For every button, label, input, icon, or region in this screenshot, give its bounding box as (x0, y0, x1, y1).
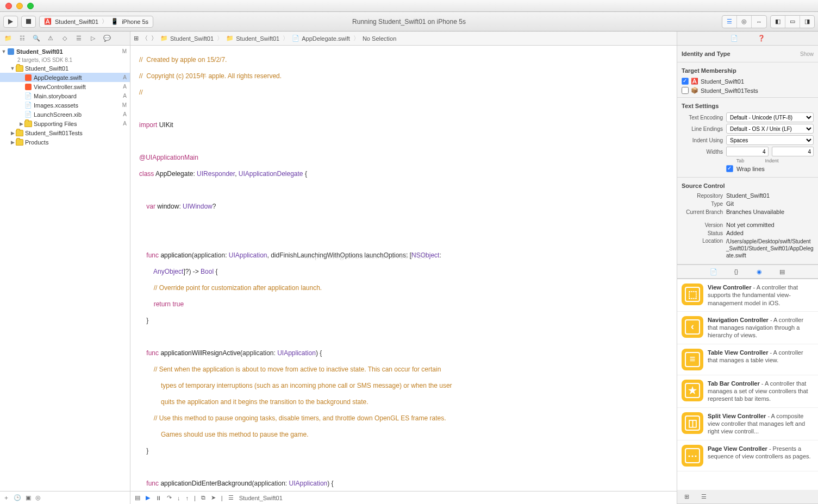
nav-item-launchscreen-xib[interactable]: 📄LaunchScreen.xibA (0, 110, 130, 119)
tab-width-input[interactable] (726, 147, 769, 156)
thread-menu-icon[interactable]: ☰ (228, 494, 234, 501)
nav-item-products[interactable]: ▶Products (0, 137, 130, 147)
jump-bar: ⊞ 〈 〉 📁 Student_Swift01 〉 📁 Student_Swif… (130, 32, 677, 46)
nav-item-student-swift01[interactable]: ▼Student_Swift01 (0, 64, 130, 73)
list-view-icon[interactable]: ☰ (697, 491, 711, 503)
target2-checkbox[interactable] (682, 87, 689, 94)
indent-width-input[interactable] (772, 147, 814, 156)
related-items-button[interactable]: ⊞ (134, 35, 139, 42)
wrap-label: Wrap lines (736, 166, 765, 172)
inspector-panel: 📄 ❓ Identity and TypeShow Target Members… (677, 32, 818, 504)
nav-item-supporting-files[interactable]: ▶Supporting FilesA (0, 119, 130, 128)
library-tab-bar: 📄 {} ◉ ▤ (677, 264, 818, 279)
nav-item-viewcontroller-swift[interactable]: ViewController.swiftA (0, 82, 130, 91)
app-icon: 🅰️ (44, 18, 52, 25)
project-root-row[interactable]: ▼ Student_Swift01 M (0, 47, 130, 56)
target1-checkbox[interactable] (682, 78, 689, 85)
library-item[interactable]: ≡Table View Controller - A controller th… (677, 344, 818, 375)
code-snippets-tab[interactable]: {} (729, 266, 744, 278)
symbol-navigator-tab[interactable]: ☷ (15, 33, 29, 45)
step-in-button[interactable]: ↓ (177, 495, 180, 501)
scheme-selector[interactable]: 🅰️ Student_Swift01 〉 📱 iPhone 5s (39, 16, 153, 28)
project-navigator-tab[interactable]: 📁 (1, 33, 15, 45)
debug-bar: ▤ ▶ ⏸ ↷ ↓ ↑ | ⧉ ➤ | ☰ Student_Swift01 (130, 491, 677, 504)
library-footer: ⊞ ☰ (677, 490, 818, 504)
minimize-window-button[interactable] (16, 3, 23, 9)
line-endings-select[interactable]: Default - OS X / Unix (LF) (726, 124, 814, 134)
pause-button[interactable]: ⏸ (155, 495, 161, 501)
add-button[interactable]: ＋ (3, 494, 9, 502)
navigator-panel: 📁 ☷ 🔍 ⚠ ◇ ☰ ▷ 💬 ▼ Student_Swift01 M 2 ta… (0, 32, 130, 504)
project-navigator-tree: ▼ Student_Swift01 M 2 targets, iOS SDK 8… (0, 46, 130, 491)
back-button[interactable]: 〈 (142, 34, 148, 42)
nav-item-student-swift01tests[interactable]: ▶Student_Swift01Tests (0, 128, 130, 137)
grid-view-icon[interactable]: ⊞ (679, 491, 694, 503)
main-toolbar: 🅰️ Student_Swift01 〉 📱 iPhone 5s Running… (0, 12, 818, 32)
report-navigator-tab[interactable]: 💬 (100, 33, 114, 45)
text-settings-header: Text Settings (682, 101, 814, 111)
branch-value: Branches Unavailable (726, 209, 784, 215)
activity-viewer: Running Student_Swift01 on iPhone 5s (352, 18, 466, 26)
version-editor-button[interactable]: ↔ (752, 16, 766, 28)
location-icon[interactable]: ➤ (211, 494, 216, 501)
quick-help-tab[interactable]: ❓ (754, 33, 769, 45)
type-value: Git (726, 200, 734, 207)
file-inspector-tab[interactable]: 📄 (727, 33, 741, 45)
library-item[interactable]: ‹Navigation Controller - A controller th… (677, 312, 818, 344)
wrap-lines-checkbox[interactable] (726, 165, 733, 172)
text-encoding-select[interactable]: Default - Unicode (UTF-8) (726, 112, 814, 122)
media-library-tab[interactable]: ▤ (775, 266, 789, 278)
show-button[interactable]: Show (800, 51, 814, 57)
target2-label: Student_Swift01Tests (701, 87, 758, 94)
debug-view-icon[interactable]: ⧉ (201, 494, 205, 501)
indent-using-select[interactable]: Spaces (726, 135, 814, 145)
forward-button[interactable]: 〉 (151, 34, 157, 42)
inspector-tab-bar: 📄 ❓ (677, 32, 818, 46)
find-navigator-tab[interactable]: 🔍 (29, 33, 43, 45)
maximize-window-button[interactable] (27, 3, 34, 9)
nav-item-main-storyboard[interactable]: 📄Main.storyboardA (0, 91, 130, 100)
nav-item-images-xcassets[interactable]: 📄Images.xcassetsM (0, 100, 130, 110)
issue-navigator-tab[interactable]: ⚠ (43, 33, 58, 45)
source-editor[interactable]: // Created by apple on 15/2/7. // Copyri… (130, 46, 677, 491)
continue-button[interactable]: ▶ (146, 494, 150, 501)
standard-editor-button[interactable]: ☰ (722, 16, 737, 28)
library-item[interactable]: ⬚View Controller - A controller that sup… (677, 279, 818, 312)
library-item[interactable]: ★Tab Bar Controller - A controller that … (677, 375, 818, 408)
location-value: /Users/apple/Desktop/swift/Student_Swift… (726, 238, 814, 259)
toggle-inspector-button[interactable]: ◨ (800, 16, 814, 28)
jump-group[interactable]: 📁 Student_Swift01 (226, 35, 279, 42)
close-window-button[interactable] (5, 3, 12, 9)
toggle-debug-button[interactable]: ▭ (785, 16, 800, 28)
project-subtitle: 2 targets, iOS SDK 8.1 (0, 56, 130, 64)
repo-value: Student_Swift01 (726, 192, 770, 199)
jump-file[interactable]: 📄 AppDelegate.swift (292, 35, 350, 42)
device-icon: 📱 (111, 18, 118, 25)
object-library-list: ⬚View Controller - A controller that sup… (677, 279, 818, 490)
clock-filter-icon[interactable]: 🕒 (14, 494, 21, 501)
step-over-button[interactable]: ↷ (167, 494, 172, 501)
toggle-fold-icon[interactable]: ▤ (135, 494, 140, 501)
run-button[interactable] (3, 16, 18, 28)
stop-button[interactable] (21, 16, 36, 28)
assistant-editor-button[interactable]: ◎ (737, 16, 752, 28)
debug-process-label: Student_Swift01 (239, 495, 283, 501)
jump-symbol[interactable]: No Selection (363, 35, 396, 42)
version-value: Not yet committed (726, 222, 775, 228)
jump-project[interactable]: 📁 Student_Swift01 (160, 35, 214, 42)
debug-navigator-tab[interactable]: ☰ (72, 33, 86, 45)
target1-label: Student_Swift01 (701, 78, 744, 85)
scm-filter-icon[interactable]: ◎ (35, 494, 41, 501)
library-item[interactable]: ⋯Page View Controller - Presents a seque… (677, 440, 818, 471)
library-item[interactable]: ◫Split View Controller - A composite vie… (677, 408, 818, 440)
toggle-navigator-button[interactable]: ◧ (771, 16, 785, 28)
step-out-button[interactable]: ↑ (186, 495, 189, 501)
breakpoint-navigator-tab[interactable]: ▷ (86, 33, 100, 45)
file-templates-tab[interactable]: 📄 (707, 266, 721, 278)
nav-item-appdelegate-swift[interactable]: AppDelegate.swiftA (0, 73, 130, 82)
target-membership-header: Target Membership (682, 66, 814, 75)
filter-icon[interactable]: ▣ (26, 494, 31, 501)
status-value: Added (726, 230, 744, 236)
test-navigator-tab[interactable]: ◇ (58, 33, 72, 45)
object-library-tab[interactable]: ◉ (752, 266, 766, 278)
